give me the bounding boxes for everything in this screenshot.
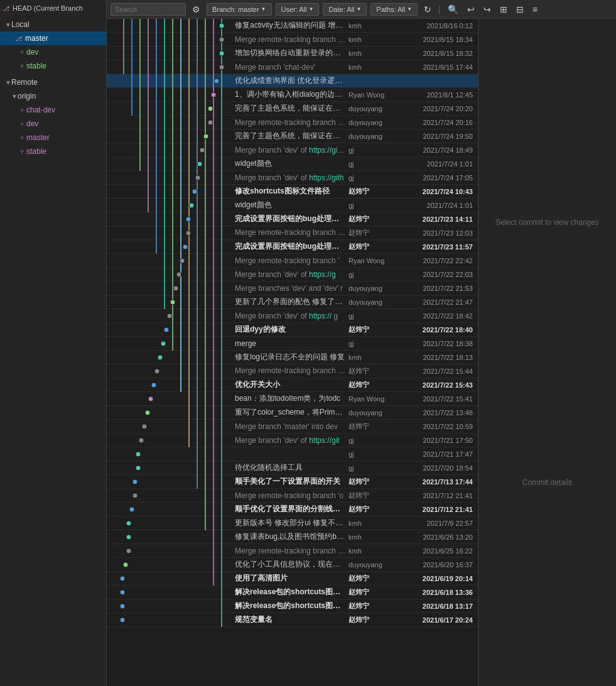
- commit-row[interactable]: 顺手美化了一下设置界面的开关赵炜宁2021/7/13 17:44: [107, 475, 478, 489]
- commit-message: 完成设置界面按钮的bug处理与大小: [232, 214, 346, 224]
- sidebar-item-local[interactable]: ▼ Local: [0, 18, 106, 31]
- commit-row[interactable]: 重写了color_scheme，将PrimaryColduyouyang2021…: [107, 406, 478, 420]
- sidebar-item-chat-dev[interactable]: ⑂ chat-dev: [0, 103, 106, 117]
- commit-row[interactable]: Merge branch 'chat-dev'kmh2021/8/15 17:4…: [107, 60, 478, 74]
- commit-row[interactable]: widget颜色gj2021/7/24 1:01: [107, 199, 478, 212]
- graph-col: [107, 558, 232, 572]
- commit-date: 2021/6/20 16:37: [403, 561, 478, 569]
- sidebar-item-master[interactable]: ⎇ master: [0, 31, 106, 45]
- commit-row[interactable]: 优化了小工具信息协议，现在小工具支持duyouyang2021/6/20 16:…: [107, 558, 478, 572]
- commit-row[interactable]: 修改shortcuts图标文件路径赵炜宁2021/7/24 10:43: [107, 185, 478, 199]
- commit-row[interactable]: 优化成绩查询界面 优化登录逻辑 清理无用代码 更换activity接口 优化部分…: [107, 74, 478, 88]
- commit-row[interactable]: 修复log记录日志不全的问题 修复kmh2021/7/22 18:13: [107, 351, 478, 364]
- commit-row[interactable]: Merge remote-tracking branch 'o赵炜宁2021/7…: [107, 489, 478, 503]
- commit-author: gj: [346, 450, 403, 458]
- sidebar-item-dev[interactable]: ⑂ dev: [0, 45, 106, 59]
- commit-row[interactable]: 1、调小带有输入框dialog的边框宽度； 2、Ryan WongRyan Wo…: [107, 88, 478, 102]
- commit-row[interactable]: 完成设置界面按钮的bug处理与大小赵炜宁2021/7/23 14:11: [107, 212, 478, 226]
- commit-row[interactable]: 完成设置界面按钮的bug处理与大赵炜宁2021/7/23 11:57: [107, 240, 478, 254]
- commit-message: Merge branch 'dev' of https://g: [232, 270, 346, 279]
- remote-dev-label: dev: [26, 119, 38, 128]
- commit-row[interactable]: 解决release包的shortcuts图片无法显示赵炜宁2021/6/18 1…: [107, 585, 478, 599]
- undo-icon[interactable]: ↩: [465, 3, 477, 16]
- sidebar-item-remote[interactable]: ▼ Remote: [0, 75, 106, 89]
- svg-point-320: [136, 466, 141, 471]
- commit-row[interactable]: Merge branch 'master' into dev赵炜宁2021/7/…: [107, 420, 478, 433]
- commit-message: Merge branch 'dev' of https://githu: [232, 146, 346, 155]
- commit-date: 2021/6/19 20:14: [403, 575, 478, 582]
- commit-row[interactable]: Merge remote-tracking branch 'origin/ikm…: [107, 33, 478, 46]
- commit-author: 赵炜宁: [346, 325, 403, 334]
- more-icon[interactable]: ≡: [530, 3, 540, 16]
- commit-message: Merge remote-tracking branch 'o: [232, 491, 346, 500]
- commit-row[interactable]: 完善了主题色系统，能保证在绝大多数情duyouyang2021/7/24 19:…: [107, 129, 478, 143]
- sidebar-item-remote-dev[interactable]: ⑂ dev: [0, 117, 106, 131]
- commit-author: kmh: [346, 36, 403, 43]
- fork-remote-dev-icon: ⑂: [20, 121, 24, 128]
- branch-filter-btn[interactable]: Branch: master ▼: [207, 3, 272, 16]
- commits-area[interactable]: 修复activity无法编辑的问题 增加websockkmh2021/8/16 …: [107, 19, 478, 686]
- commit-date: 2021/8/15 18:34: [403, 36, 478, 43]
- sidebar-item-head[interactable]: ⎇ HEAD (Current Branch: [0, 1, 106, 15]
- commit-message: Merge remote-tracking branch 'origin duy…: [232, 118, 346, 127]
- commit-row[interactable]: Merge remote-tracking branch '赵炜宁赵炜宁2021…: [107, 364, 478, 378]
- commit-row[interactable]: Merge remote-tracking branch 'Ryan Wong2…: [107, 254, 478, 268]
- search-commits-icon[interactable]: 🔍: [445, 3, 461, 16]
- commit-row[interactable]: 修复课表bug,以及图书馆预约bug,和kmh2021/6/26 13:20: [107, 530, 478, 544]
- commit-row[interactable]: 完善了主题色系统，能保证在绝大多数情况duyouyang2021/7/24 20…: [107, 102, 478, 116]
- content-area: 修复activity无法编辑的问题 增加websockkmh2021/8/16 …: [107, 19, 616, 686]
- commit-message: 重写了color_scheme，将PrimaryCol: [232, 407, 346, 418]
- commit-row[interactable]: 回退dyy的修改赵炜宁2021/7/22 18:40: [107, 323, 478, 337]
- branch-master-icon: ⎇: [15, 35, 23, 42]
- commit-row[interactable]: 优化开关大小赵炜宁2021/7/22 15:43: [107, 378, 478, 392]
- commit-row[interactable]: Merge branch 'dev' of https://githgj2021…: [107, 171, 478, 185]
- svg-point-333: [129, 507, 134, 512]
- commit-row[interactable]: 修复activity无法编辑的问题 增加websockkmh2021/8/16 …: [107, 19, 478, 33]
- commit-row[interactable]: Merge branch 'dev' of https:// ggj2021/7…: [107, 309, 478, 323]
- paths-filter-label: Paths: All: [376, 6, 405, 13]
- commit-row[interactable]: 待优化随机选择工具gj2021/7/20 18:54: [107, 461, 478, 475]
- commit-row[interactable]: 规范变量名赵炜宁2021/6/17 20:24: [107, 613, 478, 627]
- commit-row[interactable]: 更新了几个界面的配色 修复了一个duyouyang2021/7/22 21:47: [107, 295, 478, 309]
- refresh-icon[interactable]: ↻: [421, 3, 434, 16]
- paths-filter-btn[interactable]: Paths: All ▼: [370, 3, 418, 16]
- commit-row[interactable]: Merge branch 'dev' of https://gitgj2021/…: [107, 433, 478, 447]
- sidebar-item-stable[interactable]: ⑂ stable: [0, 59, 106, 73]
- search-input[interactable]: [111, 3, 186, 16]
- settings-icon[interactable]: ⚙: [190, 3, 203, 16]
- commit-row[interactable]: Merge branch 'dev' of https://githugj202…: [107, 143, 478, 157]
- svg-point-351: [120, 590, 125, 595]
- commit-date: 2021/7/24 20:20: [403, 105, 478, 112]
- date-filter-btn[interactable]: Date: All ▼: [323, 3, 367, 16]
- redo-icon[interactable]: ↪: [481, 3, 494, 16]
- sidebar-item-origin[interactable]: ▼ origin: [0, 89, 106, 103]
- commit-row[interactable]: 更新版本号 修改部分ui 修复不教学习kmh2021/7/9 22:57: [107, 516, 478, 530]
- commit-row[interactable]: 使用了高清图片赵炜宁2021/6/19 20:14: [107, 572, 478, 585]
- commit-row[interactable]: 增加切换网络自动重新登录的功能kmh2021/8/15 18:32: [107, 46, 478, 60]
- commit-row[interactable]: mergegj2021/7/22 18:38: [107, 337, 478, 351]
- sidebar-item-remote-stable[interactable]: ⑂ stable: [0, 144, 106, 158]
- commit-row[interactable]: 顺手优化了设置界面的分割线（加了：赵炜宁2021/7/12 21:41: [107, 503, 478, 516]
- svg-point-55: [219, 65, 224, 70]
- commit-message: Merge branch 'dev' of https:// g: [232, 312, 346, 320]
- user-filter-btn[interactable]: User: All ▼: [276, 3, 320, 16]
- filter-icon[interactable]: ⊟: [514, 3, 526, 16]
- commit-row[interactable]: widget颜色gj2021/7/24 1:01: [107, 157, 478, 171]
- commit-date: 2021/6/25 16:22: [403, 547, 478, 555]
- graph-col: [107, 447, 232, 461]
- commit-date: 2021/7/22 10:59: [403, 423, 478, 430]
- commit-row[interactable]: Merge branch 'dev' of https://ggj2021/7/…: [107, 268, 478, 281]
- commit-message: widget颜色: [232, 200, 346, 210]
- svg-point-265: [161, 341, 166, 346]
- commit-row[interactable]: gj2021/7/21 17:47: [107, 447, 478, 461]
- sidebar-item-remote-master[interactable]: ⑂ master: [0, 131, 106, 144]
- graph-col: [107, 433, 232, 447]
- commit-row[interactable]: 解决release包的shortcuts图片无法显示赵炜宁2021/6/18 1…: [107, 599, 478, 613]
- commit-row[interactable]: Merge remote-tracking branch '赵炜宁赵炜宁2021…: [107, 226, 478, 240]
- commit-row[interactable]: Merge branches 'dev' and 'dev' rduyouyan…: [107, 281, 478, 295]
- commit-row[interactable]: Merge remote-tracking branch 'orkmh2021/…: [107, 544, 478, 558]
- commit-row[interactable]: bean：添加todoItem类，为todcRyan Wong2021/7/22…: [107, 392, 478, 406]
- layout-icon[interactable]: ⊞: [497, 3, 510, 16]
- commit-row[interactable]: Merge remote-tracking branch 'origin duy…: [107, 116, 478, 129]
- commit-author: 赵炜宁: [346, 380, 403, 389]
